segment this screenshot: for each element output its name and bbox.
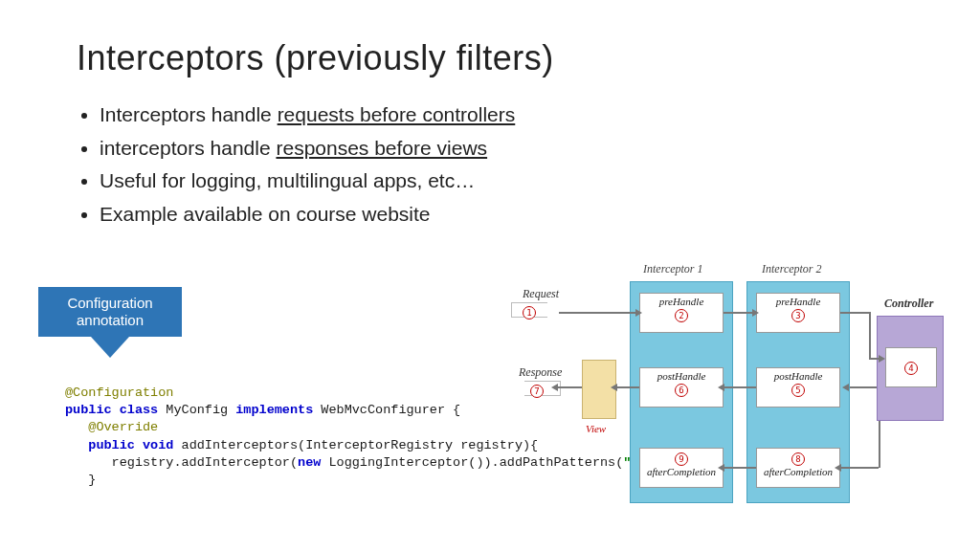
bullet-2: interceptors handle responses before vie… — [100, 133, 913, 165]
response-label: Response — [519, 365, 562, 380]
bullet-list: Interceptors handle requests before cont… — [100, 99, 913, 230]
bullet-4: Example available on course website — [100, 199, 913, 231]
interceptor-diagram: Interceptor 1 Interceptor 2 Controller 4… — [505, 260, 965, 538]
config-annotation-callout: Configuration annotation — [38, 287, 182, 358]
interceptor-2-label: Interceptor 2 — [762, 262, 822, 276]
slide-title: Interceptors (previously filters) — [77, 38, 913, 78]
controller-box: 4 — [877, 316, 944, 421]
prehandle-1: preHandle2 — [639, 293, 724, 333]
controller-label: Controller — [884, 297, 933, 311]
prehandle-2: preHandle3 — [756, 293, 840, 333]
callout-arrow-icon — [91, 337, 129, 358]
step-1: 1 — [523, 306, 536, 320]
step-7: 7 — [530, 385, 544, 398]
aftercompletion-1: 9afterCompletion — [639, 448, 724, 488]
posthandle-1: postHandle6 — [639, 367, 724, 408]
callout-line2: annotation — [42, 312, 178, 329]
bullet-1: Interceptors handle requests before cont… — [100, 99, 913, 131]
interceptor-1-label: Interceptor 1 — [643, 262, 703, 276]
view-label: View — [586, 423, 606, 434]
posthandle-2: postHandle5 — [756, 367, 840, 408]
aftercompletion-2: 8afterCompletion — [756, 448, 840, 488]
bullet-3: Useful for logging, multilingual apps, e… — [100, 165, 913, 197]
callout-line1: Configuration — [42, 295, 178, 312]
